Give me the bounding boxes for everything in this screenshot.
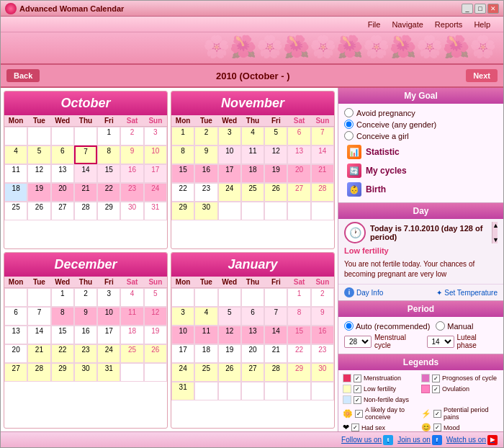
- goal-avoid-radio[interactable]: [344, 108, 354, 117]
- my-cycles-link[interactable]: 🔄 My cycles: [344, 162, 498, 179]
- period-manual-radio[interactable]: [436, 321, 445, 331]
- day-cell-23[interactable]: 23: [311, 344, 334, 363]
- day-cell-16[interactable]: 16: [120, 164, 143, 183]
- day-cell-29[interactable]: 29: [97, 202, 120, 220]
- day-cell-2[interactable]: 2: [311, 288, 334, 307]
- day-cell-4[interactable]: 4: [241, 127, 264, 145]
- period-auto-radio[interactable]: [344, 321, 354, 331]
- day-cell-26[interactable]: 26: [27, 202, 50, 220]
- day-cell-13[interactable]: 13: [287, 145, 310, 164]
- day-cell-26[interactable]: 26: [218, 363, 241, 382]
- day-cell-23[interactable]: 23: [194, 183, 217, 202]
- day-cell-10[interactable]: 10: [171, 326, 194, 344]
- day-cell-20[interactable]: 20: [51, 183, 74, 202]
- day-cell-12[interactable]: 12: [218, 326, 241, 344]
- facebook-icon[interactable]: f: [432, 435, 442, 445]
- statistic-link[interactable]: 📊 Statistic: [344, 143, 498, 161]
- day-cell-15[interactable]: 15: [171, 164, 194, 183]
- day-cell-11[interactable]: 11: [120, 307, 143, 326]
- day-cell-8[interactable]: 8: [171, 145, 194, 164]
- minimize-button[interactable]: _: [462, 4, 473, 14]
- day-info-button[interactable]: i Day Info: [344, 287, 383, 297]
- ovulation-check[interactable]: ✓: [432, 385, 440, 393]
- menu-file[interactable]: File: [362, 19, 387, 30]
- day-cell-13[interactable]: 13: [241, 326, 264, 344]
- day-cell-18[interactable]: 18: [241, 164, 264, 183]
- day-cell-9[interactable]: 9: [74, 307, 97, 326]
- day-cell-12[interactable]: 12: [27, 164, 50, 183]
- day-cell-24[interactable]: 24: [144, 183, 167, 202]
- maximize-button[interactable]: □: [474, 4, 486, 14]
- day-cell-3[interactable]: 3: [171, 307, 194, 326]
- goal-avoid[interactable]: Avoid pregnancy: [344, 108, 498, 117]
- day-cell-18[interactable]: 18: [4, 183, 27, 202]
- day-cell-6[interactable]: 6: [241, 307, 264, 326]
- day-cell-31[interactable]: 31: [144, 202, 167, 220]
- day-cell-18[interactable]: 18: [194, 344, 217, 363]
- day-cell-15[interactable]: 15: [51, 326, 74, 344]
- day-cell-29[interactable]: 29: [51, 363, 74, 382]
- day-cell-6[interactable]: 6: [4, 307, 27, 326]
- day-cell-7[interactable]: 7: [264, 307, 287, 326]
- day-cell-20[interactable]: 20: [287, 164, 310, 183]
- day-cell-14[interactable]: 14: [264, 326, 287, 344]
- day-cell-28[interactable]: 28: [311, 183, 334, 202]
- day-cell-10[interactable]: 10: [144, 145, 167, 164]
- day-cell-4[interactable]: 4: [194, 307, 217, 326]
- day-cell-1[interactable]: 1: [97, 127, 120, 145]
- day-cell-31[interactable]: 31: [97, 363, 120, 382]
- day-cell-30[interactable]: 30: [311, 363, 334, 382]
- day-cell-27[interactable]: 27: [51, 202, 74, 220]
- menu-navigate[interactable]: Navigate: [386, 19, 428, 30]
- day-cell-25[interactable]: 25: [120, 344, 143, 363]
- day-cell-7[interactable]: 7: [311, 127, 334, 145]
- menstruation-check[interactable]: ✓: [354, 375, 361, 382]
- day-cell-23[interactable]: 23: [120, 183, 143, 202]
- day-cell-24[interactable]: 24: [218, 183, 241, 202]
- day-cell-17[interactable]: 17: [97, 326, 120, 344]
- day-cell-10[interactable]: 10: [97, 307, 120, 326]
- day-cell-28[interactable]: 28: [264, 363, 287, 382]
- day-cell-28[interactable]: 28: [27, 363, 50, 382]
- day-cell-25[interactable]: 25: [241, 183, 264, 202]
- day-cell-1[interactable]: 1: [51, 288, 74, 307]
- follow-us-link[interactable]: Follow us on t: [341, 435, 393, 445]
- youtube-icon[interactable]: ▶: [487, 435, 498, 445]
- day-cell-5[interactable]: 5: [144, 288, 167, 307]
- day-cell-3[interactable]: 3: [97, 288, 120, 307]
- non-fertile-check[interactable]: ✓: [354, 396, 361, 404]
- day-cell-13[interactable]: 13: [51, 164, 74, 183]
- day-cell-13[interactable]: 13: [4, 326, 27, 344]
- day-cell-10[interactable]: 10: [218, 145, 241, 164]
- luteal-phase-select[interactable]: 14: [427, 336, 454, 348]
- day-cell-6[interactable]: 6: [51, 145, 74, 164]
- period-manual-label[interactable]: Manual: [436, 321, 473, 331]
- birth-link[interactable]: 👶 Birth: [344, 181, 498, 198]
- day-cell-24[interactable]: 24: [97, 344, 120, 363]
- day-cell-8[interactable]: 8: [97, 145, 120, 164]
- day-cell-24[interactable]: 24: [171, 363, 194, 382]
- day-cell-9[interactable]: 9: [120, 145, 143, 164]
- set-temperature-button[interactable]: ✦ Set Temperature: [436, 289, 498, 297]
- day-cell-7[interactable]: 7: [74, 145, 97, 164]
- day-cell-6[interactable]: 6: [287, 127, 310, 145]
- day-cell-12[interactable]: 12: [264, 145, 287, 164]
- day-cell-14[interactable]: 14: [74, 164, 97, 183]
- menstrual-cycle-select[interactable]: 28: [344, 336, 372, 348]
- goal-conceive-girl[interactable]: Conceive a girl: [344, 131, 498, 140]
- day-cell-30[interactable]: 30: [120, 202, 143, 220]
- day-cell-26[interactable]: 26: [144, 344, 167, 363]
- prognoses-check[interactable]: ✓: [432, 375, 440, 382]
- day-cell-5[interactable]: 5: [264, 127, 287, 145]
- day-cell-16[interactable]: 16: [194, 164, 217, 183]
- day-cell-19[interactable]: 19: [218, 344, 241, 363]
- day-cell-25[interactable]: 25: [194, 363, 217, 382]
- day-cell-5[interactable]: 5: [218, 307, 241, 326]
- day-cell-17[interactable]: 17: [218, 164, 241, 183]
- day-cell-14[interactable]: 14: [27, 326, 50, 344]
- day-cell-21[interactable]: 21: [264, 344, 287, 363]
- day-cell-11[interactable]: 11: [194, 326, 217, 344]
- mood-check[interactable]: ✓: [433, 424, 441, 431]
- day-cell-25[interactable]: 25: [4, 202, 27, 220]
- day-cell-21[interactable]: 21: [74, 183, 97, 202]
